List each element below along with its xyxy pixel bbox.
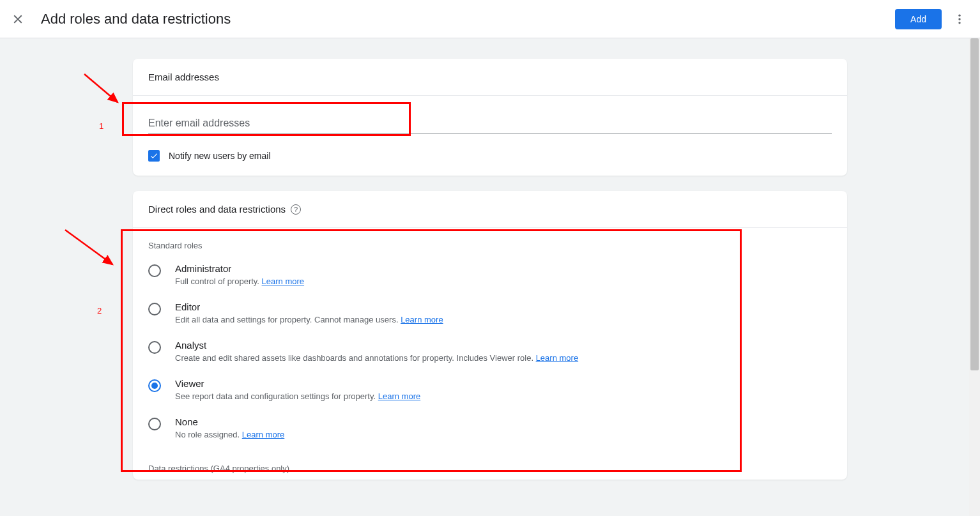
- roles-card-header: Direct roles and data restrictions ?: [133, 191, 847, 228]
- role-item-analyst[interactable]: AnalystCreate and edit shared assets lik…: [133, 332, 847, 370]
- scrollbar-thumb[interactable]: [970, 38, 979, 370]
- role-texts: AdministratorFull control of property. L…: [175, 263, 304, 286]
- email-input[interactable]: [148, 114, 832, 133]
- learn-more-link[interactable]: Learn more: [262, 277, 304, 286]
- header-left: Add roles and data restrictions: [10, 11, 231, 27]
- role-texts: ViewerSee report data and configuration …: [175, 378, 420, 401]
- learn-more-link[interactable]: Learn more: [536, 353, 578, 363]
- role-radio-analyst[interactable]: [148, 341, 161, 354]
- email-card: Email addresses Notify new users by emai…: [133, 59, 847, 176]
- learn-more-link[interactable]: Learn more: [378, 391, 420, 401]
- role-item-viewer[interactable]: ViewerSee report data and configuration …: [133, 370, 847, 409]
- role-desc: No role assigned. Learn more: [175, 430, 284, 439]
- role-texts: EditorEdit all data and settings for pro…: [175, 301, 443, 324]
- learn-more-link[interactable]: Learn more: [401, 315, 443, 324]
- role-desc: Create and edit shared assets like dashb…: [175, 353, 578, 363]
- role-item-editor[interactable]: EditorEdit all data and settings for pro…: [133, 294, 847, 332]
- role-radio-administrator[interactable]: [148, 264, 161, 277]
- roles-header-text: Direct roles and data restrictions: [148, 204, 286, 215]
- role-radio-none[interactable]: [148, 418, 161, 430]
- close-icon[interactable]: [10, 11, 26, 27]
- role-radio-editor[interactable]: [148, 303, 161, 315]
- more-menu-icon[interactable]: [949, 9, 970, 29]
- role-desc: Full control of property. Learn more: [175, 277, 304, 286]
- annotation-number-2: 2: [97, 306, 102, 315]
- roles-list: AdministratorFull control of property. L…: [133, 255, 847, 447]
- notify-label: Notify new users by email: [169, 151, 271, 161]
- roles-card: Direct roles and data restrictions ? Sta…: [133, 191, 847, 480]
- role-desc: Edit all data and settings for property.…: [175, 315, 443, 324]
- notify-checkbox[interactable]: [148, 150, 160, 162]
- role-texts: NoneNo role assigned. Learn more: [175, 416, 284, 439]
- content-area: Email addresses Notify new users by emai…: [0, 38, 980, 480]
- svg-point-0: [958, 14, 960, 16]
- role-name: Analyst: [175, 340, 578, 351]
- help-icon[interactable]: ?: [291, 204, 301, 215]
- data-restrictions-label: Data restrictions (GA4 properties only): [133, 447, 847, 480]
- role-name: Administrator: [175, 263, 304, 274]
- role-name: None: [175, 416, 284, 427]
- header-right: Add: [895, 9, 970, 29]
- role-desc: See report data and configuration settin…: [175, 391, 420, 401]
- annotation-number-1: 1: [99, 121, 103, 131]
- role-name: Editor: [175, 301, 443, 312]
- standard-roles-label: Standard roles: [133, 228, 847, 255]
- email-input-wrap: [133, 96, 847, 141]
- role-item-none[interactable]: NoneNo role assigned. Learn more: [133, 409, 847, 447]
- svg-point-1: [958, 18, 960, 20]
- role-item-administrator[interactable]: AdministratorFull control of property. L…: [133, 255, 847, 294]
- email-card-header: Email addresses: [133, 59, 847, 96]
- scrollbar[interactable]: [969, 38, 980, 516]
- role-radio-viewer[interactable]: [148, 379, 161, 392]
- learn-more-link[interactable]: Learn more: [242, 430, 284, 439]
- svg-point-2: [958, 22, 960, 24]
- add-button[interactable]: Add: [895, 9, 942, 29]
- notify-row: Notify new users by email: [133, 141, 847, 176]
- role-texts: AnalystCreate and edit shared assets lik…: [175, 340, 578, 363]
- role-name: Viewer: [175, 378, 420, 389]
- page-header: Add roles and data restrictions Add: [0, 0, 980, 38]
- page-title: Add roles and data restrictions: [41, 11, 231, 27]
